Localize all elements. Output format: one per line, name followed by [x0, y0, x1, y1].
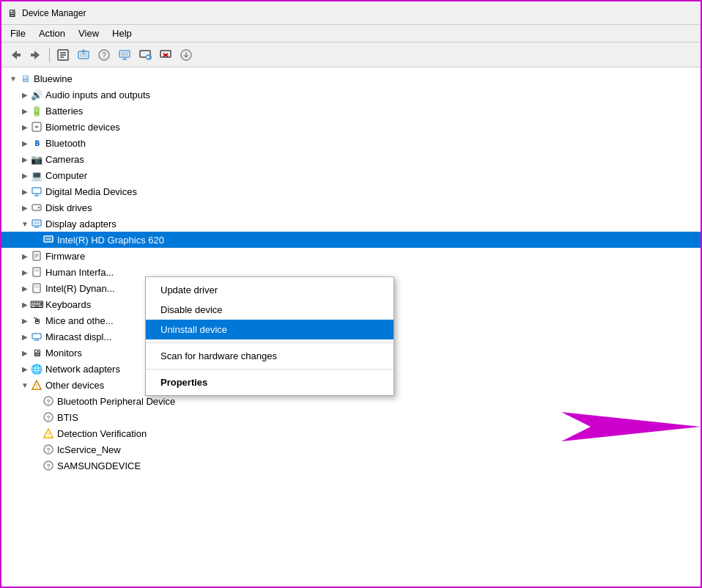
monitors-expander[interactable]: ▶ [19, 347, 31, 359]
firmware-expander[interactable]: ▶ [19, 250, 31, 262]
root-expander[interactable]: ▼ [7, 73, 19, 84]
icservice-icon: ? [43, 444, 54, 455]
app-icon: 🖥 [7, 7, 18, 19]
tree-item-biometric[interactable]: ▶ Biometric devices [1, 119, 701, 135]
humaninterface-icon [31, 266, 43, 278]
firmware-icon [31, 250, 43, 262]
tree-root[interactable]: ▼ 🖥 Bluewine [1, 70, 701, 87]
menu-bar: File Action View Help [1, 25, 701, 43]
firmware-label: Firmware [45, 251, 85, 262]
tree-item-cameras[interactable]: ▶ 📷 Cameras [1, 151, 701, 167]
networkadapters-expander[interactable]: ▶ [19, 363, 31, 375]
networkadapters-icon: 🌐 [31, 363, 43, 375]
ctx-uninstall-device[interactable]: Uninstall device [146, 320, 394, 339]
menu-help[interactable]: Help [106, 26, 138, 40]
monitors-icon: 🖥 [31, 347, 43, 359]
ctx-disable-device[interactable]: Disable device [146, 300, 394, 320]
tree-item-digitalmedia[interactable]: ▶ Digital Media Devices [1, 183, 701, 199]
ctx-update-driver[interactable]: Update driver [146, 280, 394, 300]
uninstall-button[interactable] [156, 45, 175, 65]
scan-button[interactable] [136, 45, 155, 65]
mice-expander[interactable]: ▶ [19, 315, 31, 326]
menu-view[interactable]: View [73, 26, 105, 40]
forward-button[interactable] [26, 45, 45, 65]
cameras-label: Cameras [45, 154, 84, 165]
biometric-expander[interactable]: ▶ [19, 121, 31, 133]
svg-text:!: ! [48, 432, 49, 437]
root-label: Bluewine [34, 73, 73, 84]
main-content: ▼ 🖥 Bluewine ▶ 🔊 Audio inputs and output… [1, 67, 701, 587]
inteldynamic-label: Intel(R) Dynan... [45, 283, 115, 294]
help-button[interactable]: ? [95, 45, 114, 65]
inteldynamic-expander[interactable]: ▶ [19, 282, 31, 294]
tree-item-samsungdevice[interactable]: ▶ ? SAMSUNGDEVICE [1, 457, 701, 474]
tree-item-firmware[interactable]: ▶ Firmware [1, 248, 701, 264]
tree-item-audio[interactable]: ▶ 🔊 Audio inputs and outputs [1, 87, 701, 103]
tree-item-diskdrives[interactable]: ▶ Disk drives [1, 199, 701, 216]
btperipheral-label: Bluetooth Peripheral Device [57, 396, 175, 407]
svg-rect-30 [45, 238, 51, 240]
svg-text:?: ? [46, 398, 51, 405]
update-driver-button[interactable] [74, 45, 93, 65]
keyboards-label: Keyboards [45, 299, 91, 310]
context-menu: Update driver Disable device Uninstall d… [145, 276, 394, 396]
miracast-icon [31, 331, 43, 342]
displayadapters-icon [31, 218, 43, 229]
svg-point-25 [38, 207, 40, 209]
humaninterface-expander[interactable]: ▶ [19, 266, 31, 278]
svg-rect-16 [160, 51, 171, 57]
svg-text:?: ? [102, 51, 106, 59]
show-computer-button[interactable] [115, 45, 134, 65]
tree-item-detectionverif[interactable]: ▶ ! Detection Verification [1, 425, 701, 441]
svg-text:!: ! [36, 383, 37, 389]
tree-item-intelgraphics[interactable]: ▶ Intel(R) HD Graphics 620 [1, 232, 701, 248]
digitalmedia-expander[interactable]: ▶ [19, 185, 31, 197]
displayadapters-label: Display adapters [45, 218, 117, 229]
diskdrives-icon [31, 202, 43, 213]
miracast-label: Miracast displ... [45, 331, 111, 342]
back-button[interactable] [6, 45, 25, 65]
miracast-expander[interactable]: ▶ [19, 331, 31, 342]
tree-item-bluetooth[interactable]: ▶ ʙ Bluetooth [1, 135, 701, 151]
download-button[interactable] [177, 45, 196, 65]
computer-label: Computer [45, 170, 87, 181]
menu-action[interactable]: Action [33, 26, 71, 40]
ctx-sep-1 [146, 342, 394, 343]
inteldynamic-icon [31, 282, 43, 294]
batteries-expander[interactable]: ▶ [19, 105, 31, 117]
toolbar-sep-1 [49, 48, 50, 62]
otherdevices-expander[interactable]: ▼ [19, 379, 31, 391]
svg-text:?: ? [46, 414, 51, 422]
intel-icon [43, 234, 54, 246]
diskdrives-expander[interactable]: ▶ [19, 202, 31, 213]
digitalmedia-label: Digital Media Devices [45, 186, 137, 197]
audio-expander[interactable]: ▶ [19, 89, 31, 100]
tree-item-displayadapters[interactable]: ▼ Display adapters [1, 216, 701, 232]
tree-item-icservice[interactable]: ▶ ? IcService_New [1, 441, 701, 457]
otherdevices-label: Other devices [45, 380, 104, 391]
computer-expander[interactable]: ▶ [19, 169, 31, 181]
bluetooth-expander[interactable]: ▶ [19, 137, 31, 149]
intelgraphics-label: Intel(R) HD Graphics 620 [57, 235, 164, 246]
bluetooth-label: Bluetooth [45, 138, 86, 149]
ctx-sep-2 [146, 369, 394, 370]
tree-item-computer[interactable]: ▶ 💻 Computer [1, 167, 701, 183]
cameras-icon: 📷 [31, 153, 43, 165]
svg-rect-39 [32, 334, 41, 339]
svg-rect-21 [32, 188, 41, 194]
tree-item-batteries[interactable]: ▶ 🔋 Batteries [1, 103, 701, 119]
ctx-properties[interactable]: Properties [146, 372, 394, 392]
svg-rect-38 [34, 285, 39, 288]
properties-button[interactable] [53, 45, 73, 65]
svg-rect-36 [34, 269, 39, 272]
svg-rect-9 [121, 52, 128, 56]
samsungdevice-label: SAMSUNGDEVICE [57, 460, 141, 471]
ctx-scan-changes[interactable]: Scan for hardware changes [146, 346, 394, 366]
displayadapters-expander[interactable]: ▼ [19, 218, 31, 229]
tree-item-btis[interactable]: ▶ ? BTIS [1, 409, 701, 425]
cameras-expander[interactable]: ▶ [19, 153, 31, 165]
root-icon: 🖥 [19, 73, 31, 84]
menu-file[interactable]: File [4, 26, 32, 40]
biometric-icon [31, 121, 43, 133]
toolbar: ? [1, 43, 701, 67]
